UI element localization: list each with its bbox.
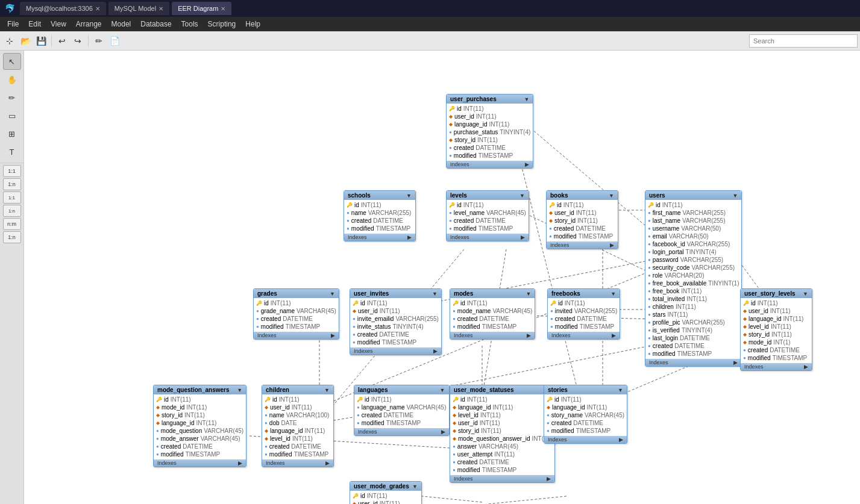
table-users[interactable]: users▼🔑idINT(11)●first_nameVARCHAR(255)●… <box>645 190 742 367</box>
table-menu-schools[interactable]: ▼ <box>406 193 412 199</box>
table-menu-children[interactable]: ▼ <box>324 387 330 393</box>
table-menu-user_story_levels[interactable]: ▼ <box>803 291 808 297</box>
search-input[interactable] <box>749 34 858 48</box>
menu-arrange[interactable]: Arrange <box>71 19 107 30</box>
menu-file[interactable]: File <box>2 19 24 30</box>
table-levels[interactable]: levels▼🔑idINT(11)●level_nameVARCHAR(45)●… <box>446 190 529 241</box>
field-row-levels-created: ●createdDATETIME <box>447 217 529 225</box>
table-menu-user_invites[interactable]: ▼ <box>432 291 438 297</box>
table-menu-levels[interactable]: ▼ <box>519 193 525 199</box>
menu-scripting[interactable]: Scripting <box>203 19 241 30</box>
table-user_purchases[interactable]: user_purchases▼🔑idINT(11)◆user_idINT(11)… <box>446 94 533 169</box>
indexes-arrow-user_mode_statuses[interactable]: ▶ <box>547 476 551 482</box>
tool-pointer[interactable]: ↖ <box>3 53 21 70</box>
toolbar-doc-btn[interactable]: 📄 <box>107 34 122 48</box>
table-menu-freebooks[interactable]: ▼ <box>610 291 616 297</box>
rel-1-n-2-btn[interactable]: 1:n <box>3 231 21 243</box>
indexes-arrow-children[interactable]: ▶ <box>325 460 330 466</box>
table-footer-schools[interactable]: Indexes▶ <box>344 234 415 241</box>
indexes-arrow-levels[interactable]: ▶ <box>521 234 525 240</box>
field-type: INT(11) <box>467 300 488 306</box>
menu-edit[interactable]: Edit <box>24 19 46 30</box>
table-menu-languages[interactable]: ▼ <box>440 387 445 393</box>
toolbar-undo-btn[interactable]: ↩ <box>55 34 69 48</box>
table-menu-books[interactable]: ▼ <box>609 193 614 199</box>
table-user_story_levels[interactable]: user_story_levels▼🔑idINT(11)◆user_idINT(… <box>740 288 812 371</box>
rel-1-1-solid-btn[interactable]: 1:1 <box>3 191 21 204</box>
indexes-arrow-schools[interactable]: ▶ <box>407 234 412 240</box>
table-mode_question_answers[interactable]: mode_question_answers▼🔑idINT(11)◆mode_id… <box>153 385 246 467</box>
rel-n-m-btn[interactable]: n:m <box>3 218 21 230</box>
table-menu-mode_question_answers[interactable]: ▼ <box>237 387 242 393</box>
tool-eraser[interactable]: ✏ <box>3 89 21 106</box>
table-menu-stories[interactable]: ▼ <box>618 387 623 393</box>
table-modes[interactable]: modes▼🔑idINT(11)●mode_nameVARCHAR(45)●cr… <box>450 288 535 340</box>
table-user_mode_grades[interactable]: user_mode_grades▼🔑idINT(11)◆user_idINT(1… <box>350 481 422 504</box>
rel-1-n-solid-btn[interactable]: 1:n <box>3 205 21 217</box>
toolbar-save-btn[interactable]: 💾 <box>34 34 48 48</box>
table-footer-users[interactable]: Indexes▶ <box>645 359 741 366</box>
tab-close-mysql[interactable]: ✕ <box>95 5 100 12</box>
menu-database[interactable]: Database <box>136 19 176 30</box>
table-books[interactable]: books▼🔑idINT(11)◆user_idINT(11)◆story_id… <box>546 190 618 249</box>
table-menu-users[interactable]: ▼ <box>733 193 738 199</box>
tab-mysql-connection[interactable]: Mysql@localhost:3306 ✕ <box>20 2 106 15</box>
field-name: created <box>551 420 571 426</box>
indexes-arrow-languages[interactable]: ▶ <box>441 429 445 435</box>
rel-1-1-btn[interactable]: 1:1 <box>3 165 21 177</box>
toolbar-redo-btn[interactable]: ↪ <box>71 34 85 48</box>
table-footer-user_purchases[interactable]: Indexes▶ <box>447 161 533 168</box>
indexes-arrow-grades[interactable]: ▶ <box>331 332 335 338</box>
indexes-arrow-user_purchases[interactable]: ▶ <box>525 161 529 167</box>
table-footer-freebooks[interactable]: Indexes▶ <box>548 332 620 339</box>
rel-1-n-btn[interactable]: 1:n <box>3 178 21 190</box>
toolbar-edit-btn[interactable]: ✏ <box>92 34 106 48</box>
indexes-arrow-mode_question_answers[interactable]: ▶ <box>238 460 242 466</box>
table-languages[interactable]: languages▼🔑idINT(11)●language_nameVARCHA… <box>354 385 450 436</box>
table-footer-books[interactable]: Indexes▶ <box>547 241 618 249</box>
tab-close-eer[interactable]: ✕ <box>221 5 225 12</box>
table-user_mode_statuses[interactable]: user_mode_statuses▼🔑idINT(11)◆language_i… <box>450 385 555 483</box>
table-stories[interactable]: stories▼🔑idINT(11)◆language_idINT(11)●st… <box>544 385 627 444</box>
tool-text[interactable]: T <box>3 143 21 160</box>
table-footer-grades[interactable]: Indexes▶ <box>254 332 339 339</box>
table-grades[interactable]: grades▼🔑idINT(11)●grade_nameVARCHAR(45)●… <box>253 288 339 340</box>
table-menu-modes[interactable]: ▼ <box>526 291 531 297</box>
table-menu-grades[interactable]: ▼ <box>330 291 335 297</box>
table-footer-children[interactable]: Indexes▶ <box>262 459 333 467</box>
table-menu-user_purchases[interactable]: ▼ <box>524 96 529 102</box>
indexes-arrow-user_invites[interactable]: ▶ <box>433 348 438 354</box>
table-footer-user_invites[interactable]: Indexes▶ <box>350 347 441 355</box>
menu-view[interactable]: View <box>46 19 71 30</box>
eer-canvas[interactable]: user_purchases▼🔑idINT(11)◆user_idINT(11)… <box>24 51 860 504</box>
table-footer-mode_question_answers[interactable]: Indexes▶ <box>154 459 246 467</box>
table-footer-user_story_levels[interactable]: Indexes▶ <box>741 363 812 370</box>
tool-rectangle[interactable]: ▭ <box>3 107 21 124</box>
toolbar-open-btn[interactable]: 📂 <box>18 34 33 48</box>
indexes-arrow-users[interactable]: ▶ <box>733 359 738 366</box>
indexes-arrow-books[interactable]: ▶ <box>610 242 614 248</box>
toolbar-select-btn[interactable]: ⊹ <box>2 34 17 48</box>
table-user_invites[interactable]: user_invites▼🔑idINT(11)◆user_idINT(11)●i… <box>350 288 442 355</box>
table-footer-levels[interactable]: Indexes▶ <box>447 234 529 241</box>
tool-hand[interactable]: ✋ <box>3 71 21 88</box>
indexes-arrow-modes[interactable]: ▶ <box>527 332 531 338</box>
table-schools[interactable]: schools▼🔑idINT(11)●nameVARCHAR(255)●crea… <box>344 190 416 241</box>
menu-tools[interactable]: Tools <box>177 19 203 30</box>
tab-eer-diagram[interactable]: EER Diagram ✕ <box>172 2 231 15</box>
tab-mysql-model[interactable]: MySQL Model ✕ <box>108 2 169 15</box>
menu-model[interactable]: Model <box>107 19 136 30</box>
indexes-arrow-stories[interactable]: ▶ <box>619 437 623 443</box>
indexes-arrow-user_story_levels[interactable]: ▶ <box>804 364 808 370</box>
table-footer-modes[interactable]: Indexes▶ <box>450 332 535 339</box>
table-footer-stories[interactable]: Indexes▶ <box>544 436 627 443</box>
table-children[interactable]: children▼🔑idINT(11)◆user_idINT(11)●nameV… <box>262 385 334 467</box>
tab-close-model[interactable]: ✕ <box>159 5 163 12</box>
table-footer-user_mode_statuses[interactable]: Indexes▶ <box>450 475 554 482</box>
table-footer-languages[interactable]: Indexes▶ <box>354 428 449 435</box>
table-freebooks[interactable]: freebooks▼🔑idINT(11)●invitedVARCHAR(255)… <box>547 288 620 340</box>
menu-help[interactable]: Help <box>240 19 265 30</box>
indexes-arrow-freebooks[interactable]: ▶ <box>612 332 616 338</box>
table-menu-user_mode_grades[interactable]: ▼ <box>412 484 418 490</box>
tool-table-view[interactable]: ⊞ <box>3 125 21 142</box>
